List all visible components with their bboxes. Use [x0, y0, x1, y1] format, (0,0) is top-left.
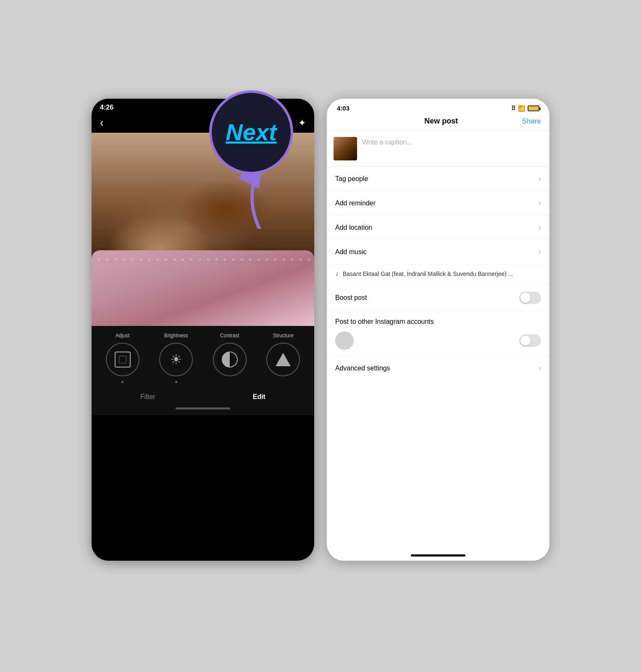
tool-brightness[interactable]: Brightness: [153, 333, 199, 376]
tool-adjust-circle: [106, 343, 139, 376]
chevron-icon-3: ›: [539, 223, 541, 232]
chevron-icon-4: ›: [539, 247, 541, 256]
tool-structure-label: Structure: [273, 333, 294, 339]
chevron-icon: ›: [539, 174, 541, 183]
advanced-settings-row[interactable]: Advanced settings ›: [327, 356, 549, 380]
accounts-row: [335, 331, 541, 350]
advanced-settings-label: Advanced settings: [335, 365, 390, 372]
filter-tab[interactable]: Filter: [140, 393, 155, 401]
tool-contrast-circle: [213, 343, 247, 376]
home-indicator-right: [411, 554, 465, 556]
menu-item-tag-people[interactable]: Tag people ›: [327, 167, 549, 191]
back-button[interactable]: ‹: [100, 116, 104, 129]
contrast-icon: [222, 352, 238, 368]
home-indicator-left: [92, 404, 314, 415]
account-avatar[interactable]: [335, 331, 354, 350]
battery-icon: [528, 105, 539, 111]
tag-people-label: Tag people: [335, 175, 368, 183]
chevron-icon-5: ›: [539, 364, 541, 373]
caption-input[interactable]: Write a caption...: [362, 137, 543, 146]
tool-structure-circle: [266, 343, 300, 376]
page-title: New post: [424, 117, 458, 126]
filter-edit-bar: Filter Edit: [92, 385, 314, 404]
post-accounts-section: Post to other Instagram accounts: [327, 312, 549, 356]
post-accounts-title: Post to other Instagram accounts: [335, 318, 541, 326]
post-thumbnail: [334, 137, 357, 160]
share-button[interactable]: Share: [522, 117, 541, 126]
post-accounts-toggle[interactable]: [519, 334, 541, 347]
wifi-icon: 📶: [518, 105, 525, 112]
menu-item-add-location[interactable]: Add location ›: [327, 215, 549, 240]
music-track-item[interactable]: ♪ Basant Ektaal Gat (feat. Indranil Mall…: [327, 264, 549, 284]
tool-structure[interactable]: Structure: [260, 333, 306, 376]
right-phone: 4:03 ⠿ 📶 New post Share Write a caption.…: [327, 99, 549, 561]
tool-row: Adjust Brightness Contrast: [92, 333, 314, 376]
tool-dot-2: [175, 381, 177, 383]
music-track-label: Basant Ektaal Gat (feat. Indranil Mallic…: [343, 270, 541, 277]
caption-area: Write a caption...: [327, 131, 549, 167]
toggle-knob: [520, 293, 531, 303]
tool-contrast-label: Contrast: [220, 333, 239, 339]
tool-adjust-label: Adjust: [116, 333, 129, 339]
adjust-icon: [115, 352, 131, 368]
tool-contrast[interactable]: Contrast: [207, 333, 253, 376]
left-time: 4:26: [100, 104, 113, 111]
add-music-label: Add music: [335, 248, 367, 256]
grid-icon: ⠿: [511, 105, 515, 112]
right-time: 4:03: [337, 105, 349, 112]
magic-icon[interactable]: ✦: [298, 118, 306, 129]
add-location-label: Add location: [335, 224, 372, 231]
next-bubble[interactable]: Next: [209, 90, 293, 174]
boost-post-label: Boost post: [335, 294, 367, 302]
structure-icon: [276, 353, 291, 366]
tool-brightness-circle: [159, 343, 193, 376]
edit-tools-panel: Adjust Brightness Contrast: [92, 326, 314, 385]
toggle-knob-2: [520, 336, 531, 346]
status-icons: ⠿ 📶: [511, 105, 539, 112]
edit-tab[interactable]: Edit: [253, 393, 265, 401]
boost-post-row: Boost post: [327, 284, 549, 312]
right-status-bar: 4:03 ⠿ 📶: [327, 99, 549, 115]
add-reminder-label: Add reminder: [335, 200, 376, 207]
brightness-icon: [168, 352, 184, 368]
tool-dot: [121, 381, 123, 383]
boost-post-toggle[interactable]: [519, 291, 541, 304]
menu-item-add-music[interactable]: Add music ›: [327, 240, 549, 264]
tool-brightness-label: Brightness: [164, 333, 188, 339]
home-bar-left: [176, 407, 230, 410]
right-nav-bar: New post Share: [327, 115, 549, 131]
tool-adjust[interactable]: Adjust: [100, 333, 146, 376]
next-label[interactable]: Next: [226, 121, 276, 144]
music-note-icon: ♪: [335, 270, 339, 278]
chevron-icon-2: ›: [539, 199, 541, 207]
menu-item-add-reminder[interactable]: Add reminder ›: [327, 191, 549, 215]
